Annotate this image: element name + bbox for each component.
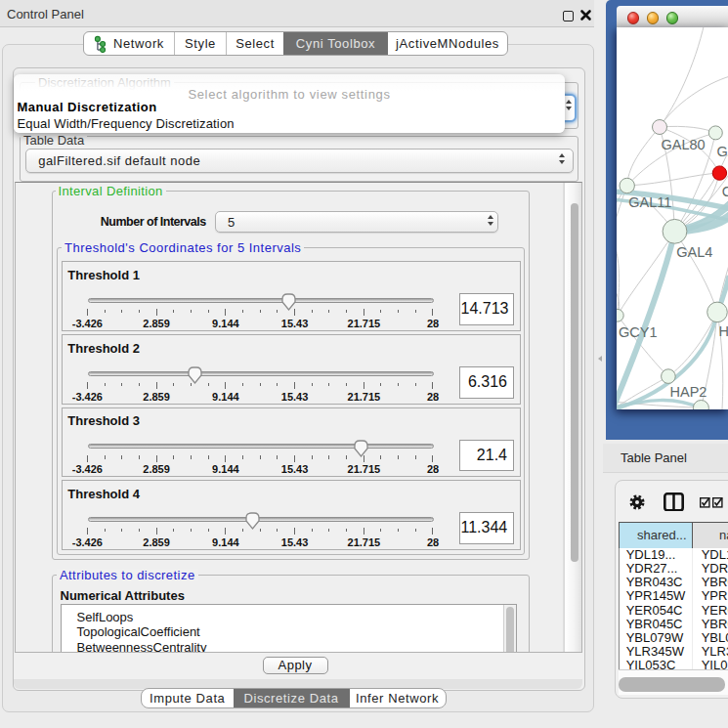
- svg-text:GAL80: GAL80: [662, 136, 706, 151]
- svg-text:H: H: [719, 322, 728, 338]
- svg-text:GA: GA: [717, 143, 728, 158]
- svg-text:HAP2: HAP2: [670, 383, 707, 399]
- svg-text:GAL4: GAL4: [676, 243, 712, 259]
- svg-text:C: C: [722, 183, 728, 198]
- svg-text:GAL11: GAL11: [628, 193, 671, 209]
- svg-text:GCY1: GCY1: [619, 323, 658, 339]
